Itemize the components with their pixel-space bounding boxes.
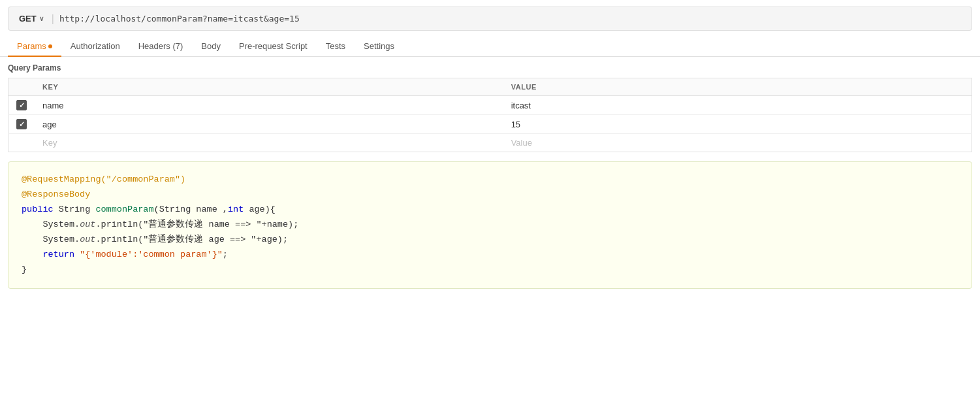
url-bar: GET ∨ |: [8, 7, 972, 31]
code-keyword-public: public: [22, 204, 54, 214]
tab-prerequest-label: Pre-request Script: [239, 41, 308, 51]
tab-params-dot: [48, 44, 52, 48]
query-params-title: Query Params: [8, 63, 972, 73]
row2-value-value: 15: [511, 120, 520, 129]
tab-params[interactable]: Params: [8, 36, 61, 56]
code-line-7: }: [22, 263, 958, 278]
url-divider: |: [52, 13, 54, 25]
table-header-row: KEY VALUE: [8, 78, 972, 96]
tab-tests-label: Tests: [326, 41, 345, 51]
col-check-header: [8, 78, 35, 96]
method-selector[interactable]: GET ∨: [16, 12, 46, 25]
tab-authorization[interactable]: Authorization: [61, 36, 129, 56]
tab-settings[interactable]: Settings: [355, 36, 403, 56]
code-type-int: int: [228, 204, 244, 214]
code-keyword-return: return: [42, 250, 74, 259]
col-value-header: VALUE: [503, 78, 972, 96]
code-plain-9: ;: [223, 250, 228, 259]
tab-body[interactable]: Body: [192, 36, 230, 56]
row3-key-placeholder: Key: [42, 138, 57, 148]
table-row: age 15: [8, 115, 972, 134]
tabs-bar: Params Authorization Headers (7) Body Pr…: [0, 36, 980, 57]
params-section: Query Params KEY VALUE name itcast: [0, 57, 980, 152]
code-annotation-2: @ResponseBody: [22, 189, 90, 199]
code-line-2: @ResponseBody: [22, 188, 958, 203]
code-section: @RequestMapping("/commonParam") @Respons…: [8, 161, 972, 289]
row1-key-cell: name: [35, 96, 503, 115]
row2-key-value: age: [42, 120, 57, 129]
table-row: name itcast: [8, 96, 972, 115]
code-string-1: "{'module':'common param'}": [74, 250, 223, 259]
code-line-6: return "{'module':'common param'}";: [22, 248, 958, 263]
method-label: GET: [19, 14, 37, 24]
code-plain-1: String: [54, 204, 96, 214]
tab-settings-label: Settings: [364, 41, 394, 51]
row2-value-cell: 15: [503, 115, 972, 134]
tab-headers[interactable]: Headers (7): [129, 36, 193, 56]
row1-value-cell: itcast: [503, 96, 972, 115]
method-chevron-icon: ∨: [39, 15, 44, 22]
tab-headers-label: Headers (7): [138, 41, 183, 51]
tab-prerequest[interactable]: Pre-request Script: [230, 36, 317, 56]
tab-params-label: Params: [17, 41, 46, 51]
code-plain-8: [22, 250, 42, 259]
code-method-name: commonParam: [95, 204, 153, 214]
code-out-1: out: [80, 220, 95, 229]
row3-value-cell[interactable]: Value: [503, 134, 972, 152]
code-plain-3: age){: [244, 204, 276, 214]
tab-authorization-label: Authorization: [71, 41, 120, 51]
url-input[interactable]: [59, 14, 964, 24]
code-plain-5: .println("普通参数传递 name ==> "+name);: [95, 220, 298, 229]
code-annotation-1: @RequestMapping("/commonParam"): [22, 174, 185, 184]
row1-checkbox[interactable]: [16, 100, 27, 110]
row2-check-cell: [8, 115, 35, 134]
col-key-header: KEY: [35, 78, 503, 96]
code-closing-brace: }: [22, 265, 27, 274]
row1-value-value: itcast: [511, 101, 531, 110]
code-line-3: public String commonParam(String name ,i…: [22, 203, 958, 218]
row3-key-cell[interactable]: Key: [35, 134, 503, 152]
code-line-5: System.out.println("普通参数传递 age ==> "+age…: [22, 233, 958, 248]
tab-tests[interactable]: Tests: [317, 36, 355, 56]
code-plain-2: (String name ,: [154, 204, 228, 214]
code-plain-7: .println("普通参数传递 age ==> "+age);: [95, 235, 288, 244]
code-plain-6: System.: [22, 235, 80, 244]
params-table: KEY VALUE name itcast: [8, 78, 972, 152]
row3-value-placeholder: Value: [511, 138, 532, 148]
code-line-4: System.out.println("普通参数传递 name ==> "+na…: [22, 218, 958, 233]
row2-checkbox[interactable]: [16, 119, 27, 129]
row1-check-cell: [8, 96, 35, 115]
code-out-2: out: [80, 235, 95, 244]
row3-check-cell: [8, 134, 35, 152]
code-plain-4: System.: [22, 220, 80, 229]
tab-body-label: Body: [201, 41, 221, 51]
row1-key-value: name: [42, 101, 64, 110]
table-row-empty: Key Value: [8, 134, 972, 152]
code-line-1: @RequestMapping("/commonParam"): [22, 172, 958, 188]
row2-key-cell: age: [35, 115, 503, 134]
